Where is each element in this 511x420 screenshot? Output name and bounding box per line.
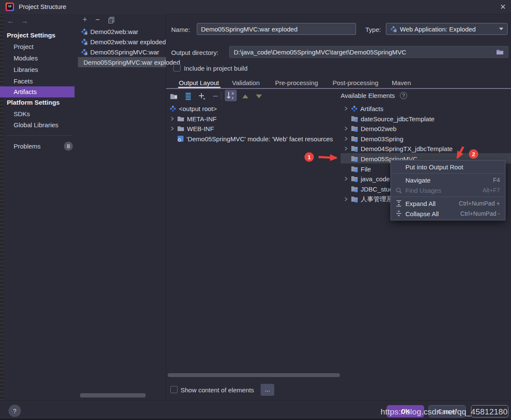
sidebar-item-facets[interactable]: Facets [0,76,75,87]
output-directory-label: Output directory: [171,49,218,56]
move-up-icon[interactable] [241,92,250,100]
tree-row-facet-resources[interactable]: 'Demo05SpringMVC' module: 'Web' facet re… [169,134,344,144]
title-bar: IJ Project Structure ✕ [0,0,511,14]
include-in-build-checkbox[interactable] [173,64,181,71]
show-content-checkbox[interactable] [170,386,178,393]
problems-count-badge: 8 [64,142,73,151]
tree-row-artifacts[interactable]: Artifacts [343,103,509,114]
remove-artifact-icon[interactable]: − [95,16,100,23]
chevron-right-icon[interactable] [343,197,348,202]
sidebar-item-libraries[interactable]: Libraries [0,64,75,75]
artifact-exploded-icon [81,38,88,45]
artifact-row[interactable]: Demo02web:war [78,26,166,37]
tree-row-module[interactable]: dateSource_jdbcTemplate [343,114,509,124]
sidebar-item-artifacts[interactable]: Artifacts [0,86,75,97]
sidebar-divider [7,135,72,136]
output-directory-input[interactable]: D:\java_code\Demo05SpringMVC\target\Demo… [229,46,508,58]
artifact-war-icon [81,28,88,35]
sidebar-item-sdks[interactable]: SDKs [0,109,75,120]
add-artifact-icon[interactable]: + [83,16,87,23]
artifact-list-hscrollbar[interactable] [80,393,146,397]
chevron-right-icon[interactable] [169,126,175,131]
help-icon[interactable]: ? [400,92,407,99]
annotation-circle-1 [304,152,314,162]
folder-icon [177,126,184,131]
module-icon [351,125,358,132]
toolbar-separator [221,91,221,100]
dialog-title: Project Structure [19,3,66,10]
tree-row-module[interactable]: Demo04SpringTX_jdbcTemplate [343,143,509,154]
folder-icon [177,116,184,122]
tab-pre-processing[interactable]: Pre-processing [275,79,318,86]
tree-row-module[interactable]: Demo02web [343,123,509,134]
forward-arrow-icon[interactable]: → [20,16,29,26]
name-input[interactable]: Demo05SpringMVC:war exploded [197,23,356,35]
module-icon [351,155,358,162]
ok-button[interactable]: OK [387,405,424,417]
artifact-icon [169,105,176,112]
copy-artifact-icon[interactable] [108,17,115,25]
sidebar-item-global-libraries[interactable]: Global Libraries [0,120,75,131]
menu-item-expand-all[interactable]: Expand All Ctrl+NumPad + [391,198,505,209]
help-button[interactable]: ? [9,405,21,417]
project-structure-dialog: IJ Project Structure ✕ ← → Project Setti… [0,0,511,420]
web-application-icon [390,26,397,32]
move-down-icon[interactable] [255,92,263,100]
artifact-row[interactable]: Demo05SpringMVC:war [78,47,166,57]
tree-row-output-root[interactable]: <output root> [169,103,340,114]
type-select[interactable]: Web Application: Exploded [386,23,508,35]
available-elements-header: Available Elements [341,92,395,99]
menu-item-collapse-all[interactable]: Collapse All Ctrl+NumPad - [391,209,505,219]
sidebar-item-modules[interactable]: Modules [0,53,75,64]
artifact-row-selected[interactable]: Demo05SpringMVC:war exploded [78,57,166,67]
obscured-button[interactable] [471,405,508,417]
tab-validation[interactable]: Validation [232,79,260,86]
chevron-right-icon[interactable] [343,136,348,141]
chevron-right-icon[interactable] [169,116,175,121]
cancel-button[interactable]: Cancel [428,405,466,417]
more-options-button[interactable]: ... [261,384,274,396]
module-icon [351,115,358,122]
archive-icon[interactable] [184,92,192,100]
artifact-row[interactable]: Demo02web:war exploded [78,37,166,47]
module-icon [351,166,358,172]
back-arrow-icon[interactable]: ← [6,16,15,26]
project-settings-header: Project Settings [7,31,55,39]
module-icon [351,175,358,182]
tab-maven[interactable]: Maven [392,79,411,86]
remove-element-icon[interactable] [211,92,220,100]
search-icon [394,187,403,194]
include-in-build-label: Include in project build [184,65,247,72]
sidebar-item-problems[interactable]: Problems [0,141,75,152]
show-content-label: Show content of elements [181,386,254,394]
annotation-arrow-1 [319,157,336,158]
chevron-right-icon[interactable] [343,106,348,111]
output-tree-hscrollbar[interactable] [168,373,340,377]
menu-separator [391,173,505,174]
sort-alpha-toggle[interactable]: az [225,90,237,101]
chevron-right-icon[interactable] [343,146,348,151]
svg-text:a: a [232,91,234,95]
tab-post-processing[interactable]: Post-processing [333,79,379,86]
module-icon [351,186,358,192]
artifact-icon [351,105,358,112]
close-icon[interactable]: ✕ [497,2,508,13]
tab-output-layout[interactable]: Output Layout [179,79,219,86]
new-folder-icon[interactable] [169,92,178,100]
name-label: Name: [171,26,190,33]
tree-row-meta-inf[interactable]: META-INF [169,114,340,124]
add-element-icon[interactable] [198,92,206,100]
menu-item-put-into-output-root[interactable]: Put into Output Root [391,162,505,172]
chevron-right-icon[interactable] [343,176,348,181]
menu-item-find-usages: Find Usages Alt+F7 [391,185,505,195]
web-facet-resources-icon [177,135,184,142]
collapse-all-icon [394,210,403,217]
tree-row-web-inf[interactable]: WEB-INF [169,123,340,134]
platform-settings-header: Platform Settings [7,99,60,106]
browse-folder-icon[interactable] [496,49,504,55]
sidebar-item-project[interactable]: Project [0,41,75,52]
svg-text:z: z [232,96,234,100]
menu-item-navigate[interactable]: Navigate F4 [391,175,505,185]
tree-row-module[interactable]: Demo03Spring [343,134,509,144]
chevron-right-icon[interactable] [343,126,348,131]
